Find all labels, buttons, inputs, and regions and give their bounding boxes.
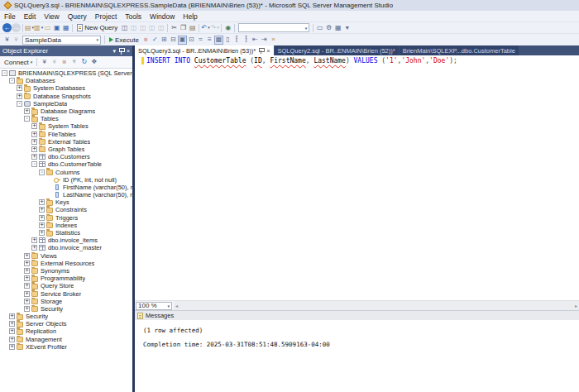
sqlcmd-mode-icon[interactable]: » xyxy=(269,36,278,45)
tree-item[interactable]: External Tables xyxy=(0,138,132,146)
tree-item[interactable]: ID (PK, int, not null) xyxy=(0,176,132,184)
tree-item[interactable]: Indexes xyxy=(0,222,132,229)
tree-item[interactable]: LastName (varchar(50), null) xyxy=(0,191,132,198)
new-query-button[interactable]: New Query xyxy=(74,23,120,33)
auto-hide-pin-icon[interactable] xyxy=(118,47,124,55)
tree-item[interactable]: Programmability xyxy=(0,275,132,282)
tree-item[interactable]: dbo.invoice_items xyxy=(0,237,132,244)
menu-file[interactable]: File xyxy=(0,12,20,21)
disconnect-icon[interactable]: ¥ xyxy=(12,36,21,45)
toolbar-combobox[interactable]: ▾ xyxy=(238,23,309,32)
new-xmla-query-icon[interactable]: ◫ xyxy=(147,23,156,32)
window-position-chevron-icon[interactable]: ▾ xyxy=(112,48,116,54)
messages-tab[interactable]: Messages xyxy=(135,310,579,320)
nav-back-icon[interactable]: ← xyxy=(2,23,12,32)
query-editor[interactable]: INSERT INTO CustomerTable (ID, FirstName… xyxy=(135,55,579,300)
tree-item[interactable]: Statistics xyxy=(0,229,132,237)
expand-icon[interactable] xyxy=(24,291,30,297)
refresh-icon[interactable]: ↻ xyxy=(79,58,89,67)
copy-icon[interactable]: ❐ xyxy=(179,23,188,32)
cut-icon[interactable]: ✂ xyxy=(170,23,179,32)
tree-item[interactable]: FirstName (varchar(50), null) xyxy=(0,184,132,191)
tree-item[interactable]: Views xyxy=(0,252,132,260)
document-tab-3[interactable]: BrienMain\SQLEXP...dbo.CustomerTable xyxy=(400,45,519,55)
menu-window[interactable]: Window xyxy=(146,12,179,21)
expand-icon[interactable] xyxy=(39,215,45,221)
expand-icon[interactable] xyxy=(31,237,37,243)
nav-forward-icon[interactable]: → xyxy=(12,23,21,32)
tree-item[interactable]: Keys xyxy=(0,198,132,206)
results-to-text-icon[interactable]: ≡ xyxy=(205,36,214,45)
query-options-icon[interactable]: ⊟ xyxy=(169,36,178,45)
expand-icon[interactable] xyxy=(17,93,22,99)
zoom-selector[interactable]: 100 % ▾ xyxy=(136,302,172,310)
tree-item[interactable]: Constraints xyxy=(0,206,132,213)
expand-icon[interactable] xyxy=(9,337,15,342)
expand-icon[interactable] xyxy=(24,283,30,289)
tree-item[interactable]: dbo.Customers xyxy=(0,153,132,160)
collapse-icon[interactable] xyxy=(31,161,37,167)
expand-icon[interactable] xyxy=(31,245,37,251)
tree-item[interactable]: Graph Tables xyxy=(0,146,132,153)
redo-icon[interactable]: ↷▾ xyxy=(210,23,219,32)
open-folder-icon[interactable]: ▭ xyxy=(43,23,52,32)
expand-icon[interactable] xyxy=(24,299,30,304)
expand-icon[interactable] xyxy=(24,268,30,274)
menu-project[interactable]: Project xyxy=(91,12,121,21)
scroll-right-icon[interactable]: ▸ xyxy=(573,303,579,308)
tree-item[interactable]: dbo.invoice_master xyxy=(0,244,132,251)
tree-item[interactable]: SampleData xyxy=(0,100,132,108)
expand-icon[interactable] xyxy=(24,275,30,281)
execute-button[interactable]: Execute xyxy=(107,35,141,45)
tree-item[interactable]: Tables xyxy=(0,115,132,122)
tree-item[interactable]: System Tables xyxy=(0,122,132,130)
disconnect-icon[interactable]: ¥ xyxy=(50,58,59,67)
tree-item[interactable]: FileTables xyxy=(0,131,132,138)
tree-item[interactable]: Database Snapshots xyxy=(0,93,132,100)
expand-icon[interactable] xyxy=(31,139,37,145)
document-tab-1[interactable]: SQLQuery3.sql - BR..ENMAIN\Brien (53))*× xyxy=(135,45,274,55)
expand-icon[interactable] xyxy=(39,199,45,205)
expand-icon[interactable] xyxy=(39,222,45,228)
cancel-query-icon[interactable]: ■ xyxy=(141,36,151,45)
filter-icon[interactable]: ▼ xyxy=(69,58,79,67)
expand-icon[interactable] xyxy=(24,253,30,259)
menu-view[interactable]: View xyxy=(40,12,63,21)
new-dmx-query-icon[interactable]: ◫ xyxy=(138,23,147,32)
expand-icon[interactable] xyxy=(31,131,37,137)
tree-item[interactable]: Synonyms xyxy=(0,267,132,275)
change-connection-icon[interactable]: ¥ xyxy=(2,36,12,45)
expand-icon[interactable] xyxy=(39,207,45,213)
tree-item[interactable]: Storage xyxy=(0,298,132,305)
collapse-icon[interactable] xyxy=(9,78,15,84)
toolbox-icon[interactable]: ▦ xyxy=(333,23,342,32)
connect-button[interactable]: Connect ▾ xyxy=(2,59,34,66)
live-query-stats-icon[interactable]: ≈ xyxy=(196,36,205,45)
collapse-icon[interactable] xyxy=(24,116,30,122)
unindent-icon[interactable]: ⇤ xyxy=(251,36,260,45)
document-tab-2[interactable]: SQLQuery2.sql - BR..ENMAIN\Brien (52))* xyxy=(275,45,399,55)
tree-item[interactable]: External Resources xyxy=(0,260,132,267)
overflow-chevron-icon[interactable]: ▾ xyxy=(342,23,352,32)
parse-icon[interactable]: ✓ xyxy=(151,36,160,45)
script-icon[interactable]: ❖ xyxy=(89,58,98,67)
tree-item[interactable]: Server Objects xyxy=(0,320,132,327)
tree-item[interactable]: Security xyxy=(0,313,132,320)
horizontal-scrollbar[interactable]: ◂ ▸ xyxy=(174,301,579,310)
close-icon[interactable]: × xyxy=(127,48,130,54)
open-file-icon[interactable]: ▥▾ xyxy=(34,23,43,32)
new-sqlcmd-query-icon[interactable]: ◫ xyxy=(156,23,165,32)
expand-icon[interactable] xyxy=(24,261,30,266)
actual-plan-icon[interactable]: ⊡ xyxy=(187,36,196,45)
tree-item[interactable]: dbo.CustomerTable xyxy=(0,160,132,168)
estimated-plan-icon[interactable]: ⊞ xyxy=(160,36,169,45)
properties-window-icon[interactable]: ▭ xyxy=(315,23,324,32)
collapse-icon[interactable] xyxy=(2,70,7,76)
pin-icon[interactable] xyxy=(259,47,264,54)
menu-tools[interactable]: Tools xyxy=(121,12,146,21)
tree-item[interactable]: XEvent Profiler xyxy=(0,343,132,351)
collapse-icon[interactable] xyxy=(39,170,45,175)
undo-icon[interactable]: ↶▾ xyxy=(201,23,210,32)
tree-item[interactable]: System Databases xyxy=(0,84,132,92)
save-icon[interactable]: ▣ xyxy=(52,23,61,32)
